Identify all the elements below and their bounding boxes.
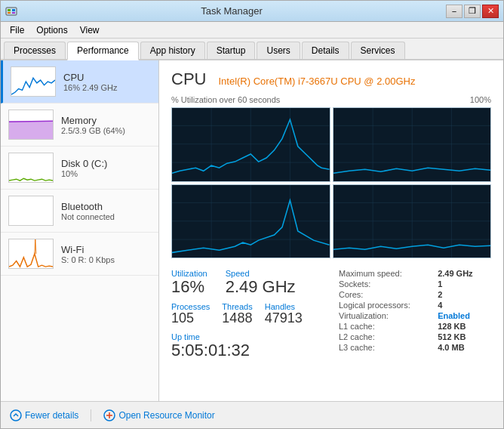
bluetooth-sidebar-value: Not connected (61, 212, 151, 221)
fewer-details-label: Fewer details (25, 410, 78, 421)
disk-sidebar-info: Disk 0 (C:) 10% (61, 158, 151, 178)
title-bar-left (5, 5, 17, 17)
wifi-sidebar-info: Wi-Fi S: 0 R: 0 Kbps (61, 244, 151, 264)
task-manager-window: Task Manager − ❒ ✕ File Options View Pro… (0, 0, 504, 429)
l1-value: 128 KB (438, 322, 491, 331)
svg-rect-3 (8, 12, 11, 14)
cores-value: 2 (438, 290, 491, 299)
l3-label: L3 cache: (339, 343, 429, 352)
stats-divider-row: Utilization 16% Speed 2.49 GHz Processes… (171, 269, 491, 360)
utilization-label-text: % Utilization over 60 seconds (171, 95, 280, 104)
bluetooth-mini-chart (8, 196, 54, 226)
content-area: CPU 16% 2.49 GHz Memory 2.5/3.9 GB (64%) (1, 60, 503, 401)
utilization-label-bar: % Utilization over 60 seconds 100% (171, 95, 491, 104)
open-resource-monitor-button[interactable]: Open Resource Monitor (103, 409, 214, 421)
main-panel: CPU Intel(R) Core(TM) i7-3667U CPU @ 2.0… (159, 60, 503, 401)
cpu-sidebar-info: CPU 16% 2.49 GHz (63, 72, 151, 92)
cpu-graph-1 (171, 107, 330, 182)
logical-value: 4 (438, 301, 491, 310)
utilization-stat-value: 16% (171, 278, 207, 296)
menu-bar: File Options View (1, 22, 503, 39)
minimize-button[interactable]: − (446, 5, 463, 18)
window-title: Task Manager (17, 5, 446, 17)
threads-stat: Threads 1488 (222, 302, 252, 326)
uptime-stat: Up time 5:05:01:32 (171, 332, 324, 360)
handles-stat: Handles 47913 (265, 302, 303, 326)
title-bar: Task Manager − ❒ ✕ (1, 1, 503, 22)
utilization-stat: Utilization 16% (171, 269, 207, 296)
right-specs: Maximum speed: 2.49 GHz Sockets: 1 Cores… (339, 269, 491, 360)
uptime-stat-value: 5:05:01:32 (171, 341, 324, 360)
svg-rect-2 (12, 9, 15, 11)
l1-label: L1 cache: (339, 322, 429, 331)
memory-mini-chart (8, 110, 54, 140)
cpu-main-title: CPU (171, 69, 206, 89)
speed-stat: Speed 2.49 GHz (226, 269, 296, 296)
menu-options[interactable]: Options (30, 23, 73, 37)
svg-rect-4 (12, 12, 15, 14)
resource-monitor-icon (103, 409, 115, 421)
cpu-mini-chart (11, 66, 56, 97)
utilization-max: 100% (470, 95, 491, 104)
processes-stat: Processes 105 (171, 302, 210, 326)
memory-sidebar-value: 2.5/3.9 GB (64%) (61, 126, 151, 135)
tab-services[interactable]: Services (351, 42, 405, 59)
cpu-graph-4 (333, 184, 492, 259)
tab-details[interactable]: Details (302, 42, 349, 59)
max-speed-value: 2.49 GHz (438, 269, 491, 278)
tab-processes[interactable]: Processes (4, 42, 66, 59)
sidebar-item-memory[interactable]: Memory 2.5/3.9 GB (64%) (1, 103, 158, 147)
virt-label: Virtualization: (339, 311, 429, 320)
tab-performance[interactable]: Performance (67, 42, 139, 60)
menu-view[interactable]: View (74, 23, 106, 37)
wifi-sidebar-name: Wi-Fi (61, 244, 151, 255)
tab-startup[interactable]: Startup (207, 42, 256, 59)
cpu-main-subtitle: Intel(R) Core(TM) i7-3667U CPU @ 2.00GHz (218, 76, 415, 87)
restore-button[interactable]: ❒ (464, 5, 481, 18)
memory-sidebar-info: Memory 2.5/3.9 GB (64%) (61, 115, 151, 135)
window-controls: − ❒ ✕ (446, 5, 499, 18)
disk-sidebar-value: 10% (61, 169, 151, 178)
bluetooth-sidebar-info: Bluetooth Not connected (61, 201, 151, 221)
wifi-sidebar-value: S: 0 R: 0 Kbps (61, 255, 151, 264)
left-stats: Utilization 16% Speed 2.49 GHz Processes… (171, 269, 324, 360)
sidebar-item-disk[interactable]: Disk 0 (C:) 10% (1, 147, 158, 190)
handles-stat-value: 47913 (265, 311, 303, 326)
max-speed-label: Maximum speed: (339, 269, 429, 278)
tab-bar: Processes Performance App history Startu… (1, 39, 503, 60)
threads-stat-value: 1488 (222, 311, 252, 326)
logical-label: Logical processors: (339, 301, 429, 310)
app-icon (5, 5, 17, 17)
bottom-separator (91, 409, 91, 421)
sockets-value: 1 (438, 279, 491, 289)
bottom-bar: Fewer details Open Resource Monitor (1, 401, 503, 428)
open-resource-monitor-label: Open Resource Monitor (118, 410, 214, 421)
sidebar-item-wifi[interactable]: Wi-Fi S: 0 R: 0 Kbps (1, 233, 158, 276)
menu-file[interactable]: File (4, 23, 30, 37)
sidebar-item-cpu[interactable]: CPU 16% 2.49 GHz (1, 60, 158, 103)
l2-value: 512 KB (438, 332, 491, 341)
wifi-mini-chart (8, 239, 54, 269)
disk-sidebar-name: Disk 0 (C:) (61, 158, 151, 169)
cpu-sidebar-name: CPU (63, 72, 151, 83)
cpu-header: CPU Intel(R) Core(TM) i7-3667U CPU @ 2.0… (171, 69, 491, 89)
svg-rect-1 (8, 9, 11, 11)
virt-value: Enabled (438, 311, 491, 320)
close-button[interactable]: ✕ (482, 5, 499, 18)
svg-rect-5 (9, 121, 53, 139)
sidebar: CPU 16% 2.49 GHz Memory 2.5/3.9 GB (64%) (1, 60, 159, 401)
fewer-details-button[interactable]: Fewer details (10, 409, 78, 421)
tab-app-history[interactable]: App history (140, 42, 205, 59)
svg-point-34 (11, 410, 21, 421)
cpu-graphs-grid (171, 107, 491, 258)
l2-label: L2 cache: (339, 332, 429, 341)
sidebar-item-bluetooth[interactable]: Bluetooth Not connected (1, 190, 158, 233)
cores-label: Cores: (339, 290, 429, 299)
cpu-graph-2 (333, 107, 492, 182)
cpu-sidebar-value: 16% 2.49 GHz (63, 83, 151, 92)
tab-users[interactable]: Users (257, 42, 300, 59)
fewer-details-icon (10, 409, 22, 421)
processes-stat-value: 105 (171, 311, 210, 326)
l3-value: 4.0 MB (438, 343, 491, 352)
speed-stat-value: 2.49 GHz (226, 278, 296, 296)
